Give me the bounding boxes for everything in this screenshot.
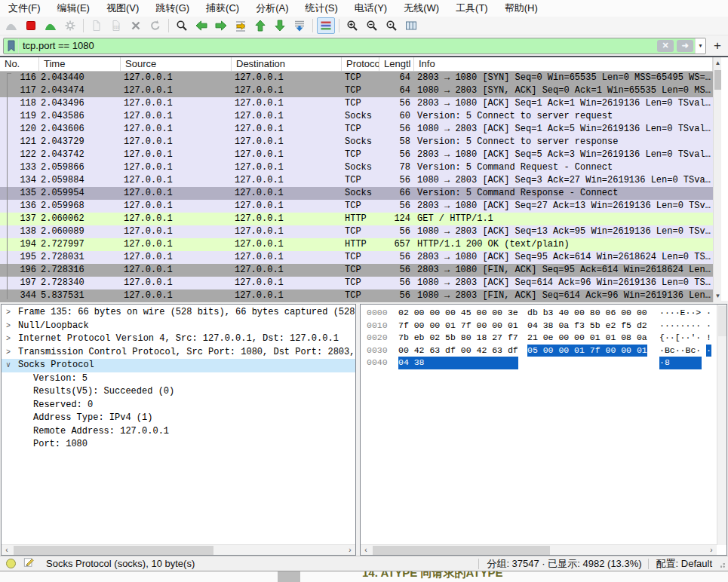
hex-row[interactable]: 000002 00 00 00 45 00 00 3edb b3 40 00 8… [361,307,717,320]
hex-bytes[interactable]: 04 38 [398,357,518,369]
packet-row[interactable]: 1942.727997127.0.0.1127.0.0.1HTTP657HTTP… [0,238,713,251]
hex-row[interactable]: 00207b eb 02 5b 80 18 27 f721 0e 00 00 0… [361,332,717,345]
display-filter-field[interactable]: tcp.port == 1080 ✕ ➜ ▾ [3,38,706,54]
hex-bytes[interactable]: 05 00 00 01 7f 00 00 01 [527,345,647,357]
hex-bytes[interactable] [527,357,647,369]
packet-row[interactable]: 1962.728316127.0.0.1127.0.0.1TCP562803 →… [0,264,713,277]
detail-tree-item[interactable]: Results(V5): Succeeded (0) [2,385,355,399]
ascii-bytes[interactable]: ·8 [659,357,702,369]
hex-offset[interactable]: 0040 [367,357,389,369]
expert-info-icon[interactable] [6,559,16,568]
packet-row[interactable]: 1362.059968127.0.0.1127.0.0.1TCP562803 →… [0,200,713,213]
reload-file-icon[interactable] [146,17,164,34]
zoom-reset-icon[interactable] [382,17,401,34]
menu-item[interactable]: 跳转(G) [147,0,198,17]
column-header-time[interactable]: Time [39,57,121,71]
menu-item[interactable]: 分析(A) [247,0,296,17]
packet-row[interactable]: 1332.059866127.0.0.1127.0.0.1Socks78Vers… [0,161,713,174]
packet-row[interactable]: 1382.060089127.0.0.1127.0.0.1TCP561080 →… [0,225,713,238]
packet-row[interactable]: 1192.043586127.0.0.1127.0.0.1Socks60Vers… [0,110,713,123]
menu-item[interactable]: 电话(Y) [346,0,395,17]
bytes-hscrollbar[interactable]: ‹ › [361,544,717,555]
hex-offset[interactable]: 0030 [367,345,389,357]
start-capture-icon[interactable] [2,17,20,34]
scroll-right-icon[interactable]: › [345,545,355,556]
detail-tree-item[interactable]: Remote Address: 127.0.0.1 [2,425,355,439]
scroll-left-icon[interactable]: ‹ [361,545,371,556]
packet-row[interactable]: 3445.837531127.0.0.1127.0.0.1TCP561080 →… [0,289,713,302]
resize-grip[interactable] [717,559,726,568]
restart-capture-icon[interactable] [41,17,60,34]
resize-columns-icon[interactable] [402,17,420,34]
scroll-right-icon[interactable]: › [706,545,717,556]
expand-icon[interactable]: > [6,346,11,360]
menu-item[interactable]: 编辑(E) [49,0,98,17]
details-hscrollbar[interactable]: ‹ › [2,544,355,555]
packet-list-minimap[interactable] [721,57,728,302]
clear-filter-icon[interactable]: ✕ [657,40,674,52]
hex-offset[interactable]: 0000 [367,307,389,320]
detail-tree-item[interactable]: Address Type: IPv4 (1) [2,412,355,425]
packet-row[interactable]: 1342.059884127.0.0.1127.0.0.1TCP561080 →… [0,174,713,187]
auto-scroll-icon[interactable] [290,17,309,34]
hex-row[interactable]: 003000 42 63 df 00 42 63 df05 00 00 01 7… [361,345,717,357]
menu-item[interactable]: 捕获(C) [198,0,247,17]
collapse-icon[interactable]: ∨ [6,359,11,372]
open-file-icon[interactable] [88,17,106,34]
hex-offset[interactable]: 0020 [367,332,389,345]
menu-item[interactable]: 无线(W) [395,0,447,17]
detail-tree-item[interactable]: >Null/Loopback [2,320,355,333]
ascii-bytes[interactable]: · [706,320,711,332]
colorize-icon[interactable] [317,17,335,34]
hex-bytes[interactable]: db b3 40 00 80 06 00 00 [527,307,647,320]
detail-tree-item[interactable]: >Frame 135: 66 bytes on wire (528 bits),… [2,306,355,320]
go-first-icon[interactable] [251,17,269,34]
menu-item[interactable]: 视图(V) [98,0,147,17]
expand-icon[interactable]: > [6,320,11,333]
go-back-icon[interactable] [192,17,210,34]
capture-options-icon[interactable] [61,17,79,34]
profile-selector[interactable]: 配置: Default [656,557,712,571]
zoom-in-icon[interactable] [343,17,361,34]
detail-tree-item[interactable]: Version: 5 [2,372,355,386]
column-header-destination[interactable]: Destination [232,57,342,71]
zoom-out-icon[interactable] [363,17,381,34]
capture-comment-icon[interactable] [23,557,34,570]
go-last-icon[interactable] [271,17,289,34]
ascii-bytes[interactable]: {··[··'· [659,332,702,345]
ascii-bytes[interactable]: ····E··> [659,307,702,320]
filter-dropdown-icon[interactable]: ▾ [695,38,705,54]
packet-row[interactable]: 1182.043496127.0.0.1127.0.0.1TCP562803 →… [0,97,713,110]
go-to-packet-icon[interactable] [232,17,250,34]
hex-row[interactable]: 004004 38·8 [361,357,717,369]
display-filter-input[interactable]: tcp.port == 1080 [19,40,656,51]
apply-filter-icon[interactable]: ➜ [677,40,693,52]
hex-bytes[interactable]: 7b eb 02 5b 80 18 27 f7 [398,332,518,345]
find-packet-icon[interactable] [173,17,191,34]
menu-item[interactable]: 帮助(H) [496,0,546,17]
menu-item[interactable]: 统计(S) [296,0,346,17]
detail-tree-item[interactable]: >Internet Protocol Version 4, Src: 127.0… [2,332,355,346]
scrollbar-thumb[interactable] [14,546,213,555]
ascii-bytes[interactable]: ! [706,332,711,345]
go-forward-icon[interactable] [212,17,230,34]
add-filter-button[interactable]: + [710,38,725,54]
filter-bookmark-icon[interactable] [4,38,19,54]
hex-bytes[interactable]: 04 38 0a f3 5b e2 f5 d2 [527,320,647,332]
hex-bytes[interactable]: 7f 00 00 01 7f 00 00 01 [398,320,518,332]
scrollbar-thumb[interactable] [714,70,721,90]
packet-row[interactable]: 1352.059954127.0.0.1127.0.0.1Socks66Vers… [0,187,713,200]
scrollbar-thumb[interactable] [718,306,726,336]
packet-list-scrollbar[interactable]: ▲ ▼ [713,57,721,302]
column-header-lengtl[interactable]: Lengtl [379,57,414,71]
detail-tree-item[interactable]: ∨Socks Protocol [2,359,355,372]
ascii-bytes[interactable]: ········ [659,320,702,332]
detail-tree-item[interactable]: >Transmission Control Protocol, Src Port… [2,346,355,360]
scrollbar-thumb[interactable] [373,546,550,555]
column-header-info[interactable]: Info [414,57,713,71]
packet-row[interactable]: 1202.043606127.0.0.1127.0.0.1TCP561080 →… [0,123,713,136]
hex-bytes[interactable]: 02 00 00 00 45 00 00 3e [398,307,518,320]
detail-tree-item[interactable]: Port: 1080 [2,438,355,452]
menu-item[interactable]: 文件(F) [0,0,49,17]
hex-offset[interactable]: 0010 [367,320,389,332]
